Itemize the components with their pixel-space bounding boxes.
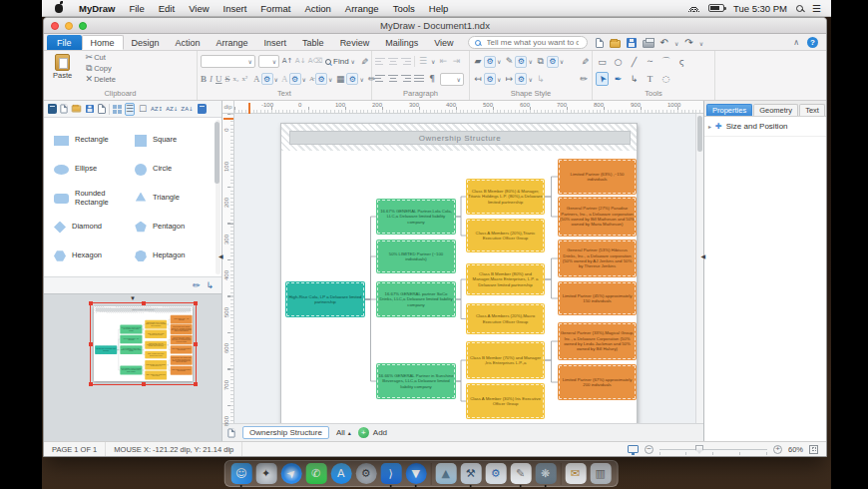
undo-dropdown-icon[interactable]: ∨ (674, 40, 678, 47)
sort-za-down-icon[interactable]: ZA↓ (181, 106, 193, 112)
diagram-node[interactable]: 50% LIMITED Partner (~100 individuals) (376, 240, 456, 273)
shape-list-item[interactable]: Rounded Rectangle (54, 184, 131, 213)
xcode-icon[interactable]: ⚒ (460, 463, 481, 484)
valign-middle-icon[interactable] (388, 58, 398, 66)
diagram-node[interactable]: High-Rise Cola, LP a Delaware limited pa… (95, 345, 117, 354)
style-painter-icon[interactable]: ✏ (579, 75, 589, 84)
valign-top-icon[interactable] (375, 58, 385, 66)
collapse-left-panel-icon[interactable]: ◀ (218, 252, 223, 259)
connector-tool-icon[interactable]: ↳ (628, 72, 641, 86)
text-style-gear-icon[interactable]: ⚙ (315, 73, 327, 85)
launchpad-icon[interactable]: ✦ (255, 463, 276, 484)
menu-item[interactable]: Action (297, 3, 337, 14)
freeform-tool-icon[interactable]: ς (675, 55, 688, 69)
fill-gear-icon[interactable]: ⚙ (484, 56, 496, 68)
shape-shadow-button[interactable]: ⧉⚙∨ (536, 56, 564, 68)
save-library-icon[interactable] (86, 105, 94, 113)
diagram-page[interactable]: Ownership Structure High-Rise Cola, LP a… (280, 123, 638, 423)
new-library-icon[interactable] (60, 105, 67, 114)
app-store-icon[interactable]: A (330, 463, 351, 484)
zoom-slider[interactable] (659, 445, 767, 454)
diagram-node[interactable]: 16.67% GENERAL Partner,Lola Cola, LLC,a … (376, 199, 456, 235)
tab-arrange[interactable]: Arrange (209, 35, 256, 50)
shape-list-item[interactable]: Ellipse (54, 155, 131, 184)
valign-bottom-icon[interactable] (401, 58, 411, 66)
line-tool-icon[interactable]: ╱ (628, 55, 641, 69)
menu-item[interactable]: Format (253, 3, 297, 14)
copy-button[interactable]: ⧉Copy (84, 64, 116, 73)
text-style-button[interactable]: A̶⚙∨ (309, 73, 332, 85)
script-editor-icon[interactable]: ⚙ (485, 463, 506, 484)
decrease-indent-icon[interactable]: ⇤ (438, 57, 448, 66)
diagram-node[interactable]: 16.66% GENERAL Partner in Sunshine Bever… (376, 363, 456, 399)
connector-style-icon[interactable]: ↳ (536, 75, 546, 84)
collapse-ribbon-icon[interactable]: ∧ (793, 38, 799, 47)
text-fill-button[interactable]: A⚙∨ (281, 73, 306, 85)
diagram-node[interactable]: Class A Member (30%) Iris Executive Offi… (145, 370, 167, 379)
menu-clock[interactable]: Tue 5:30 PM (733, 3, 787, 14)
safari-icon[interactable]: ➤ (276, 459, 306, 489)
tab-review[interactable]: Review (332, 35, 378, 50)
font-size-combo[interactable]: ∨ (258, 55, 279, 68)
cut-button[interactable]: ✂Cut (84, 53, 116, 62)
diagram-node[interactable]: Limited Partner (67%) approximately 200 … (171, 366, 193, 375)
redo-icon[interactable]: ↷ (684, 38, 692, 48)
arrow-end-button[interactable]: ↦⚙∨ (504, 73, 532, 85)
text-tool-icon[interactable]: T (644, 72, 656, 86)
menu-item[interactable]: Arrange (338, 3, 386, 14)
font-color-gear-icon[interactable]: ⚙ (261, 73, 273, 85)
diagram-node[interactable]: Class A Members (20%),Macro Executive Of… (145, 351, 167, 359)
undo-icon[interactable]: ↶ (660, 38, 668, 48)
underline-button[interactable]: U (216, 74, 222, 84)
shrink-font-icon[interactable]: A↓ (295, 58, 305, 65)
zoom-in-button[interactable]: + (773, 445, 782, 454)
thumbnails-view-icon[interactable]: ☐ (138, 104, 148, 114)
shape-list-item[interactable]: Pentagram (135, 270, 212, 276)
tab-design[interactable]: Design (124, 35, 168, 50)
superscript-button[interactable]: x² (241, 75, 247, 83)
textedit-icon[interactable]: ✎ (510, 463, 531, 484)
line-spacing-combo[interactable]: ∨ (440, 73, 464, 86)
connector-library-icon[interactable]: ↳ (206, 280, 214, 290)
menu-item[interactable]: Edit (152, 3, 182, 14)
text-fill-gear-icon[interactable]: ⚙ (289, 73, 301, 85)
find-button[interactable]: Find ∨ (325, 57, 355, 66)
bullet-list-icon[interactable]: ☰ (418, 57, 428, 66)
preview-icon[interactable]: ▲ (435, 463, 456, 484)
menu-item[interactable]: File (122, 3, 151, 14)
italic-button[interactable]: I (210, 74, 213, 84)
align-justify-icon[interactable] (414, 75, 424, 83)
sort-az-updown-icon[interactable]: AZ↕ (151, 106, 163, 112)
shape-list-item[interactable]: Circle (135, 155, 212, 184)
search-input[interactable] (485, 37, 581, 48)
menu-item[interactable]: Help (422, 3, 456, 14)
notes-icon[interactable]: ✉ (565, 463, 586, 484)
help-icon[interactable]: ? (807, 37, 818, 48)
battery-icon[interactable] (708, 4, 724, 12)
pen-tool-icon[interactable]: ✒ (612, 72, 625, 86)
grapher-icon[interactable]: ❋ (535, 463, 556, 484)
tab-home[interactable]: Home (82, 35, 124, 50)
icons-view-icon[interactable] (113, 105, 122, 114)
library-icon[interactable] (48, 104, 57, 114)
shape-list-item[interactable]: Diamond (54, 213, 131, 242)
sort-az-down-icon[interactable]: AZ↓ (166, 106, 178, 112)
diagram-node[interactable]: Class A Members (20%),Titanic Executive … (145, 330, 167, 338)
open-library-icon[interactable] (72, 106, 81, 113)
stroke-gear-icon[interactable]: ⚙ (515, 56, 527, 68)
tab-insert[interactable]: Insert (256, 35, 295, 50)
collapse-preview-icon[interactable]: ▼ (130, 295, 136, 301)
diagram-page[interactable]: Ownership Structure High-Rise Cola, LP a… (94, 306, 193, 381)
scrollbar-thumb[interactable] (697, 116, 702, 152)
apple-icon[interactable] (55, 4, 63, 13)
shape-stroke-button[interactable]: ✎⚙∨ (504, 56, 532, 68)
list-view-icon[interactable]: ☰ (125, 103, 135, 116)
tab-action[interactable]: Action (168, 35, 209, 50)
diagram-node[interactable]: 16.67% GENERAL Partner,Lola Cola, LLC,a … (120, 325, 142, 334)
diagram-node[interactable]: 50% LIMITED Partner (~100 individuals) (120, 335, 142, 343)
lasso-tool-icon[interactable]: ◌ (659, 72, 672, 86)
wifi-icon[interactable] (688, 5, 699, 12)
maps-pin-icon[interactable]: ▼ (405, 463, 426, 484)
new-page-icon[interactable] (227, 428, 234, 437)
shape-list-item[interactable]: Pentagon (135, 213, 212, 242)
